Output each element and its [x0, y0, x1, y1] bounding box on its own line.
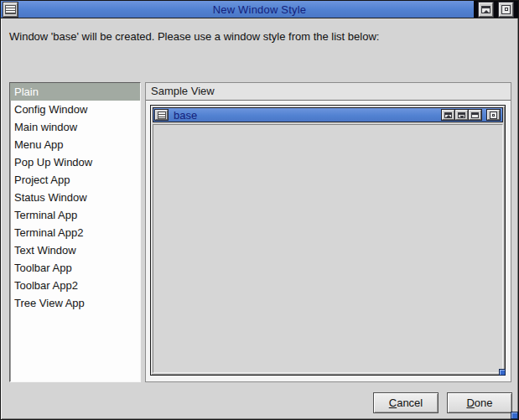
preview-shade-down-button[interactable] — [455, 110, 468, 120]
preview-plain-button[interactable] — [469, 110, 481, 120]
list-item-pop-up-window[interactable]: Pop Up Window — [10, 153, 140, 171]
message-text: Window 'base' will be created. Please us… — [9, 30, 510, 43]
shade-icon — [481, 6, 490, 13]
preview-shade-up-button[interactable] — [442, 110, 454, 120]
list-item-config-window[interactable]: Config Window — [10, 101, 140, 118]
preview-titlebar-buttons — [441, 109, 501, 121]
preview-window-body — [153, 124, 503, 373]
list-item-toolbar-app[interactable]: Toolbar App — [10, 259, 140, 277]
list-item-text-window[interactable]: Text Window — [10, 241, 140, 259]
list-item-menu-app[interactable]: Menu App — [10, 136, 140, 153]
shade-down-icon — [458, 112, 465, 118]
maximize-button[interactable] — [499, 3, 513, 17]
window-title: New Window Style — [1, 3, 518, 16]
shade-button[interactable] — [479, 3, 493, 17]
preview-resize-grip[interactable] — [499, 369, 506, 376]
sample-panel-header: Sample View — [146, 83, 511, 101]
shade-up-icon — [444, 112, 452, 118]
window-resize-grip[interactable] — [511, 412, 518, 419]
preview-button-group — [441, 109, 482, 121]
preview-menu-button[interactable] — [155, 110, 168, 120]
list-item-tree-view-app[interactable]: Tree View App — [10, 294, 140, 312]
preview-window-title: base — [174, 109, 197, 122]
list-item-terminal-app[interactable]: Terminal App — [10, 206, 140, 224]
done-button[interactable]: Done — [447, 392, 512, 413]
window-menu-button[interactable] — [3, 3, 18, 17]
maximize-icon — [501, 5, 511, 14]
titlebar-button-area — [474, 1, 518, 18]
dialog-body: Window 'base' will be created. Please us… — [3, 19, 516, 417]
cancel-button-label: Cancel — [374, 397, 438, 409]
titlebar[interactable]: New Window Style — [1, 1, 518, 18]
list-item-project-app[interactable]: Project App — [10, 171, 140, 189]
preview-titlebar[interactable]: base — [153, 107, 503, 122]
maximize-icon — [490, 111, 497, 119]
style-list[interactable]: Plain Config Window Main window Menu App… — [9, 82, 141, 382]
menu-icon — [5, 5, 16, 14]
new-window-style-dialog: New Window Style Window 'base' will be c… — [0, 0, 519, 420]
sample-panel: Sample View base — [145, 82, 511, 382]
list-item-status-window[interactable]: Status Window — [10, 189, 140, 206]
preview-maximize-button[interactable] — [487, 110, 500, 120]
preview-maximize-container — [486, 109, 501, 121]
preview-window: base — [150, 105, 506, 376]
list-item-plain[interactable]: Plain — [10, 83, 140, 101]
plain-titlebar-icon — [471, 112, 479, 118]
sample-panel-content: base — [146, 101, 511, 381]
cancel-button[interactable]: Cancel — [373, 392, 439, 413]
list-item-main-window[interactable]: Main window — [10, 118, 140, 136]
list-item-terminal-app2[interactable]: Terminal App2 — [10, 224, 140, 241]
done-button-label: Done — [448, 397, 511, 409]
menu-icon — [158, 111, 166, 119]
list-item-toolbar-app2[interactable]: Toolbar App2 — [10, 277, 140, 294]
